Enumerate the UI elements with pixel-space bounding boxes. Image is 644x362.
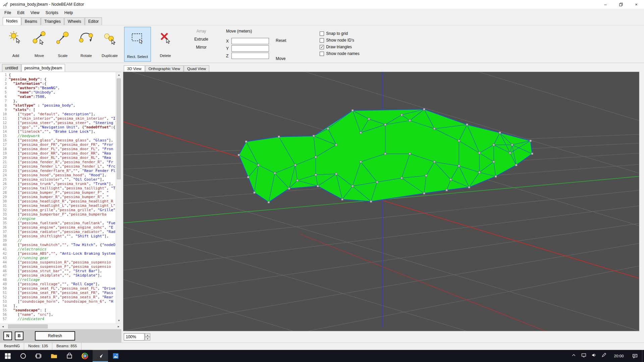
beams-toggle-button[interactable]: B [15, 331, 23, 340]
taskbar-photos-button[interactable] [108, 350, 123, 362]
menu-view[interactable]: View [28, 9, 43, 16]
mesh-node[interactable] [352, 110, 354, 112]
move-y-input[interactable] [231, 45, 269, 52]
scroll-down-button[interactable]: ▼ [116, 318, 122, 323]
checkbox-box[interactable] [320, 52, 324, 56]
tab-nodes[interactable]: Nodes [3, 17, 21, 25]
mesh-node[interactable] [423, 108, 425, 110]
scroll-left-button[interactable]: ◄ [0, 324, 6, 329]
reset-button[interactable]: Reset [276, 38, 286, 43]
mesh-node[interactable] [360, 161, 362, 163]
mesh-node[interactable] [352, 185, 354, 187]
mesh-node[interactable] [409, 153, 411, 155]
tool-add[interactable]: Add [4, 27, 28, 60]
mesh-node[interactable] [400, 114, 402, 116]
mesh-node[interactable] [530, 140, 532, 142]
car-mesh[interactable] [238, 108, 533, 203]
notification-center-button[interactable] [628, 350, 642, 362]
scroll-right-button[interactable]: ► [116, 324, 121, 329]
menu-file[interactable]: File [1, 9, 14, 16]
taskbar-clock[interactable]: 20:00 [610, 350, 628, 362]
mesh-node[interactable] [493, 144, 495, 146]
doc-tab-untitled[interactable]: untitled [2, 64, 21, 72]
hscroll-track[interactable] [6, 324, 116, 329]
mesh-node[interactable] [478, 171, 480, 173]
mesh-node[interactable] [466, 124, 468, 126]
zoom-down-button[interactable]: ▼ [145, 337, 150, 341]
mesh-node[interactable] [384, 124, 386, 126]
zoom-up-button[interactable]: ▲ [145, 333, 150, 337]
mesh-node[interactable] [433, 128, 435, 130]
tool-rotate[interactable]: Rotate [74, 27, 98, 60]
tool-scale[interactable]: Scale [51, 27, 74, 60]
tray-chevron-up-button[interactable] [570, 350, 580, 362]
mesh-node[interactable] [409, 120, 411, 122]
taskbar-chrome-button[interactable] [77, 350, 93, 362]
menu-help[interactable]: Help [61, 9, 76, 16]
tray-volume-button[interactable] [590, 350, 600, 362]
mesh-node[interactable] [433, 161, 435, 163]
hscroll-thumb[interactable] [8, 324, 48, 328]
mesh-node[interactable] [268, 201, 270, 203]
mesh-node[interactable] [468, 186, 470, 188]
checkbox-draw-triangles[interactable]: ✓Draw triangles [320, 44, 359, 50]
tray-pen-button[interactable] [600, 350, 610, 362]
minimize-button[interactable]: – [598, 0, 613, 9]
mesh-node[interactable] [294, 164, 296, 166]
editor-vscrollbar[interactable]: ▲ ▼ [116, 72, 121, 323]
tool-move[interactable]: Move [28, 27, 51, 60]
mesh-node[interactable] [368, 118, 370, 120]
mesh-node[interactable] [335, 144, 337, 146]
mesh-node[interactable] [317, 185, 319, 187]
viewport-tab-orthographic-view[interactable]: Orthographic View [145, 65, 183, 72]
tool-rect-select[interactable]: Rect. Select [124, 27, 151, 62]
tool-delete[interactable]: Delete [154, 27, 177, 60]
extrude-button[interactable]: Extrude [186, 37, 216, 42]
tab-triangles[interactable]: Triangles [41, 17, 64, 25]
mesh-node[interactable] [511, 144, 513, 146]
taskbar-task-view-button[interactable] [31, 350, 46, 362]
editor-code[interactable]: 1{2"pessima_body": {3 "information":{4 "… [0, 72, 116, 323]
mesh-node[interactable] [400, 177, 402, 179]
mesh-node[interactable] [278, 136, 280, 138]
doc-tab-pessima-body-jbeam[interactable]: pessima_body.jbeam [21, 64, 65, 72]
mesh-node[interactable] [376, 181, 378, 183]
taskbar-file-explorer-button[interactable] [46, 350, 62, 362]
mesh-node[interactable] [257, 164, 259, 166]
close-button[interactable]: × [629, 0, 644, 9]
checkbox-snap-to-grid[interactable]: Snap to grid [320, 30, 359, 37]
viewport-tab-quad-view[interactable]: Quad View [184, 65, 209, 72]
zoom-input[interactable] [124, 333, 145, 341]
mesh-node[interactable] [478, 152, 480, 154]
vscroll-thumb[interactable] [117, 78, 121, 179]
viewport-tab-3d-view[interactable]: 3D View [124, 65, 145, 72]
tray-network-button[interactable] [580, 350, 590, 362]
taskbar-start-button[interactable] [0, 350, 15, 362]
mesh-node[interactable] [458, 165, 460, 167]
mesh-node[interactable] [341, 198, 343, 200]
move-button[interactable]: Move [276, 56, 286, 61]
move-z-input[interactable] [231, 53, 269, 59]
mesh-node[interactable] [245, 140, 247, 142]
checkbox-show-node-id-s[interactable]: Show node ID's [320, 37, 359, 44]
mesh-node[interactable] [288, 187, 290, 189]
mesh-node[interactable] [296, 179, 298, 181]
mesh-node[interactable] [370, 200, 372, 202]
menu-scripts[interactable]: Scripts [43, 9, 61, 16]
mesh-node[interactable] [384, 153, 386, 155]
move-x-input[interactable] [231, 38, 269, 44]
refresh-button[interactable]: Refresh [35, 331, 75, 341]
editor-hscrollbar[interactable]: ◄ ► [0, 323, 121, 329]
checkbox-show-node-names[interactable]: Show node names [320, 50, 359, 57]
mesh-node[interactable] [446, 189, 448, 191]
mesh-node[interactable] [247, 176, 249, 178]
mesh-node[interactable] [425, 175, 427, 177]
show-desktop-button[interactable] [642, 350, 644, 362]
mesh-node[interactable] [335, 173, 337, 175]
taskbar-search-button[interactable] [15, 350, 31, 362]
mesh-node[interactable] [327, 128, 329, 130]
tab-editor[interactable]: Editor [85, 17, 102, 25]
mesh-node[interactable] [253, 191, 255, 193]
checkbox-box[interactable] [320, 32, 324, 36]
mesh-node[interactable] [531, 153, 533, 155]
